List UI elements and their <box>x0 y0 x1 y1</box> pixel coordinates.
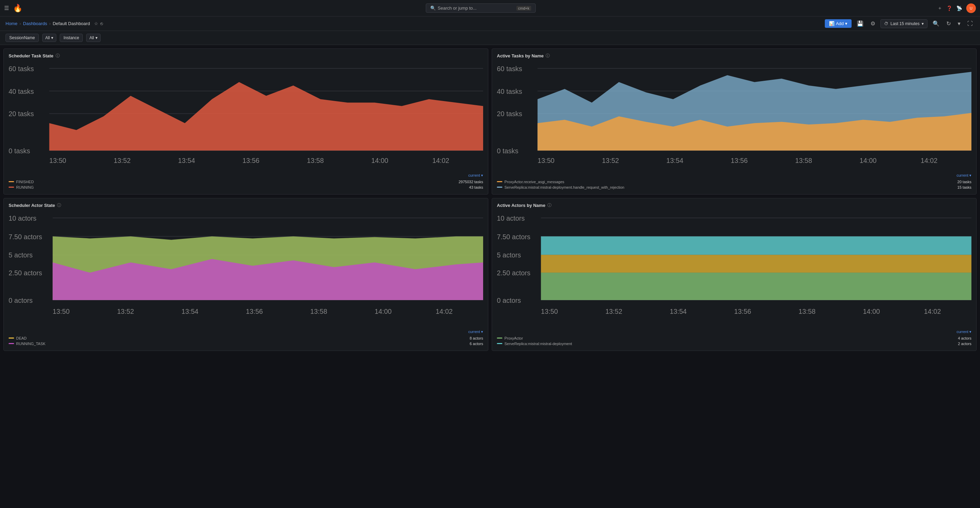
save-button[interactable]: 💾 <box>855 19 865 27</box>
refresh-interval-button[interactable]: ▾ <box>956 19 962 27</box>
panel-info-icon-3[interactable]: ⓘ <box>57 203 61 208</box>
legend-name-running: RUNNING <box>16 185 33 189</box>
current-chevron-3: ▾ <box>481 330 483 334</box>
help-icon[interactable]: ❓ <box>947 5 952 11</box>
chart-area-1: 60 tasks 40 tasks 20 tasks 0 tasks 13:50… <box>9 62 483 171</box>
svg-text:40 tasks: 40 tasks <box>497 88 522 95</box>
menu-icon[interactable]: ☰ <box>4 5 9 11</box>
legend-dot-finished <box>9 181 14 182</box>
svg-text:13:56: 13:56 <box>246 308 262 315</box>
svg-text:14:02: 14:02 <box>436 308 453 315</box>
legend-dot-serve <box>497 187 502 188</box>
instance-value: All <box>89 35 94 40</box>
zoom-out-button[interactable]: 🔍 <box>931 19 941 27</box>
breadcrumb-home[interactable]: Home <box>5 21 18 26</box>
svg-marker-64 <box>541 273 971 300</box>
legend-val-dead: 8 actors <box>470 336 483 340</box>
current-btn-3[interactable]: current ▾ <box>9 330 483 334</box>
svg-text:10 actors: 10 actors <box>9 214 37 222</box>
breadcrumb-sep1: › <box>19 21 21 26</box>
svg-marker-8 <box>49 82 483 150</box>
current-btn-2[interactable]: current ▾ <box>497 173 971 178</box>
session-name-chevron: ▾ <box>51 35 53 40</box>
svg-text:0 actors: 0 actors <box>497 297 521 304</box>
svg-text:13:52: 13:52 <box>114 157 130 164</box>
legend-val-serve-replica: 2 actors <box>958 342 971 346</box>
add-button[interactable]: 📊 Add ▾ <box>825 19 851 28</box>
chart-area-4: 10 actors 7.50 actors 5 actors 2.50 acto… <box>497 211 971 327</box>
time-range-picker[interactable]: ⏱ Last 15 minutes ▾ <box>880 19 928 28</box>
svg-text:14:02: 14:02 <box>924 308 941 315</box>
legend-row-serve-replica: ServeReplica:mistral:mistral-deployment … <box>497 341 971 347</box>
panel-info-icon-4[interactable]: ⓘ <box>547 203 552 208</box>
svg-text:0 tasks: 0 tasks <box>497 147 519 155</box>
panel-info-icon-2[interactable]: ⓘ <box>546 53 550 59</box>
panel-active-tasks-by-name: Active Tasks by Name ⓘ 60 tasks 40 tasks… <box>492 48 977 195</box>
svg-text:13:56: 13:56 <box>731 157 748 164</box>
svg-text:13:58: 13:58 <box>795 157 812 164</box>
legend-val-running: 43 tasks <box>469 185 483 189</box>
svg-marker-62 <box>541 236 971 255</box>
panel-title-4: Active Actors by Name <box>497 203 545 208</box>
avatar[interactable]: U <box>966 3 976 13</box>
star-icon[interactable]: ☆ <box>94 21 98 26</box>
expand-button[interactable]: ⛶ <box>966 20 975 27</box>
session-name-value: All <box>45 35 50 40</box>
legend-name-serve-replica: ServeReplica:mistral:mistral-deployment <box>504 342 572 346</box>
legend-row-running: RUNNING 43 tasks <box>9 185 483 190</box>
grafana-logo: 🔥 <box>13 4 22 13</box>
search-shortcut: cmd+k <box>516 6 531 11</box>
breadcrumb-dashboards[interactable]: Dashboards <box>23 21 47 26</box>
svg-text:10 actors: 10 actors <box>497 214 525 222</box>
panel-header-4: Active Actors by Name ⓘ <box>497 203 971 208</box>
legend-dot-proxy <box>497 181 502 182</box>
svg-text:14:00: 14:00 <box>859 157 876 164</box>
svg-text:13:50: 13:50 <box>541 308 558 315</box>
legend-name-finished: FINISHED <box>16 180 33 184</box>
instance-chevron: ▾ <box>95 35 97 40</box>
search-box[interactable]: 🔍 Search or jump to... cmd+k <box>426 3 536 13</box>
share-icon[interactable]: ⎋ <box>100 21 103 26</box>
svg-marker-63 <box>541 255 971 273</box>
current-label-4: current <box>957 330 968 334</box>
svg-text:20 tasks: 20 tasks <box>497 110 522 118</box>
legend-name-dead: DEAD <box>16 336 27 340</box>
chart-footer-4: current ▾ ProxyActor 4 actors ServeRepli… <box>497 330 971 347</box>
current-btn-4[interactable]: current ▾ <box>497 330 971 334</box>
instance-select[interactable]: All ▾ <box>86 34 100 42</box>
breadcrumb-sep2: › <box>49 21 51 26</box>
svg-text:13:58: 13:58 <box>307 157 324 164</box>
refresh-button[interactable]: ↻ <box>945 19 953 27</box>
legend-row-proxy-actor: ProxyActor 4 actors <box>497 335 971 341</box>
settings-button[interactable]: ⚙ <box>869 19 877 27</box>
svg-text:5 actors: 5 actors <box>497 251 521 259</box>
current-btn-1[interactable]: current ▾ <box>9 173 483 178</box>
breadcrumb: Home › Dashboards › Default Dashboard ☆ … <box>5 21 822 26</box>
svg-text:13:56: 13:56 <box>734 308 751 315</box>
svg-text:13:50: 13:50 <box>538 157 554 164</box>
add-label: Add <box>836 21 844 26</box>
plus-icon[interactable]: ＋ <box>937 5 942 11</box>
legend-dot-serve-replica <box>497 343 502 344</box>
svg-text:13:56: 13:56 <box>242 157 259 164</box>
svg-text:13:58: 13:58 <box>799 308 816 315</box>
nav-right: ＋ ❓ 📡 U <box>937 3 976 13</box>
panel-title-2: Active Tasks by Name <box>497 53 544 58</box>
panel-title-1: Scheduler Task State <box>9 53 54 58</box>
panel-title-3: Scheduler Actor State <box>9 203 55 208</box>
svg-text:13:54: 13:54 <box>181 308 198 315</box>
current-chevron-4: ▾ <box>969 330 971 334</box>
chart-area-3: 10 actors 7.50 actors 5 actors 2.50 acto… <box>9 211 483 327</box>
svg-text:14:02: 14:02 <box>432 157 449 164</box>
legend-dot-proxy-actor <box>497 337 502 339</box>
legend-dot-dead <box>9 337 14 339</box>
chart-svg-2: 60 tasks 40 tasks 20 tasks 0 tasks 13:50… <box>497 62 971 171</box>
session-name-select[interactable]: All ▾ <box>42 34 56 42</box>
legend-dot-running-task <box>9 343 14 344</box>
legend-val-proxy: 20 tasks <box>957 180 971 184</box>
svg-text:13:50: 13:50 <box>49 157 66 164</box>
current-chevron-2: ▾ <box>969 173 971 178</box>
panel-info-icon-1[interactable]: ⓘ <box>56 53 60 59</box>
notifications-icon[interactable]: 📡 <box>956 5 962 11</box>
current-label-3: current <box>468 330 480 334</box>
